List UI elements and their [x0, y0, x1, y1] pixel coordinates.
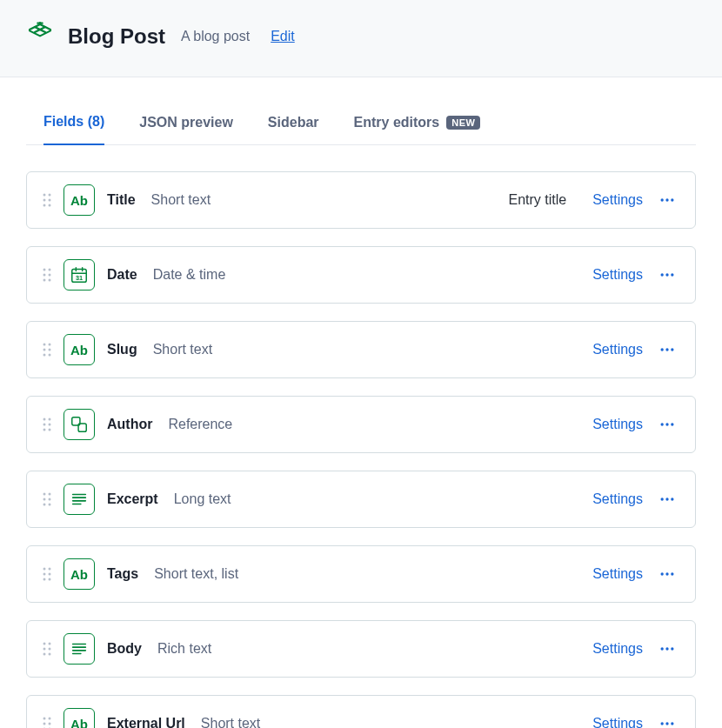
- more-actions-icon[interactable]: [655, 562, 679, 586]
- svg-point-22: [43, 349, 46, 351]
- svg-point-67: [43, 718, 46, 720]
- field-type: Long text: [174, 491, 231, 507]
- page-title: Blog Post: [68, 24, 165, 49]
- svg-point-11: [43, 274, 46, 277]
- svg-point-21: [49, 344, 51, 346]
- field-list: AbTitleShort textEntry titleSettings31Da…: [26, 171, 696, 728]
- more-actions-icon[interactable]: [655, 487, 679, 511]
- settings-link[interactable]: Settings: [592, 267, 643, 283]
- svg-point-7: [665, 198, 668, 201]
- svg-point-42: [43, 498, 46, 501]
- field-row-excerpt: ExcerptLong textSettings: [26, 471, 696, 528]
- field-row-date: 31DateDate & timeSettings: [26, 246, 696, 304]
- drag-handle-icon[interactable]: [43, 417, 51, 431]
- field-type: Reference: [168, 417, 232, 432]
- svg-point-29: [43, 418, 46, 421]
- tab-fields-8[interactable]: Fields (8): [43, 104, 104, 145]
- svg-point-68: [49, 718, 51, 720]
- field-name: Title: [107, 192, 136, 208]
- svg-point-39: [671, 423, 673, 425]
- field-name: External Url: [107, 716, 185, 728]
- svg-point-65: [665, 647, 668, 650]
- field-name: Tags: [107, 566, 138, 582]
- tab-label: JSON preview: [139, 115, 233, 130]
- svg-point-64: [661, 647, 664, 650]
- settings-link[interactable]: Settings: [592, 491, 643, 507]
- settings-link[interactable]: Settings: [592, 716, 643, 728]
- ab-icon: Ab: [64, 184, 95, 216]
- svg-point-63: [49, 653, 51, 656]
- field-row-external-url: AbExternal UrlShort textSettings: [26, 695, 696, 728]
- svg-point-33: [43, 429, 46, 431]
- field-tag: Entry title: [509, 192, 567, 208]
- settings-link[interactable]: Settings: [592, 417, 643, 432]
- ab-icon: Ab: [64, 708, 95, 728]
- ab-icon: Ab: [64, 558, 95, 590]
- svg-point-8: [671, 198, 673, 201]
- drag-handle-icon[interactable]: [43, 567, 51, 581]
- settings-link[interactable]: Settings: [592, 342, 643, 357]
- tab-json-preview[interactable]: JSON preview: [139, 104, 233, 145]
- field-name: Slug: [107, 342, 137, 357]
- edit-link[interactable]: Edit: [271, 29, 295, 44]
- svg-point-74: [665, 722, 668, 725]
- svg-point-70: [49, 723, 51, 725]
- more-actions-icon[interactable]: [655, 711, 679, 728]
- lines-icon: [64, 633, 95, 665]
- settings-link[interactable]: Settings: [592, 641, 643, 657]
- content-area: Fields (8)JSON previewSidebarEntry edito…: [0, 77, 722, 728]
- drag-handle-icon[interactable]: [43, 717, 51, 728]
- svg-point-61: [49, 648, 51, 651]
- svg-point-54: [49, 578, 51, 581]
- svg-point-12: [49, 274, 51, 277]
- svg-point-44: [43, 504, 46, 506]
- svg-point-37: [661, 423, 664, 425]
- drag-handle-icon[interactable]: [43, 343, 51, 357]
- svg-point-4: [43, 204, 46, 207]
- svg-point-41: [49, 493, 51, 496]
- more-actions-icon[interactable]: [655, 337, 679, 362]
- svg-point-20: [43, 344, 46, 346]
- svg-point-18: [665, 273, 668, 276]
- svg-point-9: [43, 269, 46, 271]
- drag-handle-icon[interactable]: [43, 642, 51, 656]
- page-header: Blog Post A blog post Edit: [0, 0, 722, 77]
- svg-point-27: [665, 348, 668, 351]
- settings-link[interactable]: Settings: [592, 192, 643, 208]
- svg-point-6: [661, 198, 664, 201]
- svg-point-30: [49, 418, 51, 421]
- svg-point-40: [43, 493, 46, 496]
- page-description: A blog post: [181, 29, 250, 44]
- svg-point-26: [661, 348, 664, 351]
- more-actions-icon[interactable]: [655, 263, 679, 287]
- field-type: Short text: [153, 342, 212, 357]
- more-actions-icon[interactable]: [655, 637, 679, 661]
- svg-point-43: [49, 498, 51, 501]
- svg-point-58: [43, 643, 46, 645]
- settings-link[interactable]: Settings: [592, 566, 643, 582]
- tab-label: Sidebar: [268, 115, 319, 130]
- field-name: Excerpt: [107, 491, 158, 507]
- tab-bar: Fields (8)JSON previewSidebarEntry edito…: [26, 104, 696, 145]
- svg-point-49: [43, 568, 46, 571]
- svg-point-73: [661, 722, 664, 725]
- tab-sidebar[interactable]: Sidebar: [268, 104, 319, 145]
- field-type: Short text, list: [154, 566, 238, 582]
- svg-point-75: [671, 722, 673, 725]
- svg-point-25: [49, 354, 51, 357]
- drag-handle-icon[interactable]: [43, 193, 51, 207]
- svg-point-24: [43, 354, 46, 357]
- tab-label: Entry editors: [354, 115, 440, 130]
- drag-handle-icon[interactable]: [43, 492, 51, 506]
- more-actions-icon[interactable]: [655, 188, 679, 212]
- drag-handle-icon[interactable]: [43, 268, 51, 282]
- svg-point-28: [671, 348, 673, 351]
- field-name: Author: [107, 417, 152, 432]
- svg-point-45: [49, 504, 51, 506]
- reference-icon: [64, 409, 95, 440]
- svg-point-51: [43, 573, 46, 576]
- more-actions-icon[interactable]: [655, 412, 679, 437]
- tab-entry-editors[interactable]: Entry editorsNEW: [354, 104, 481, 145]
- svg-point-2: [43, 199, 46, 202]
- svg-point-31: [43, 424, 46, 426]
